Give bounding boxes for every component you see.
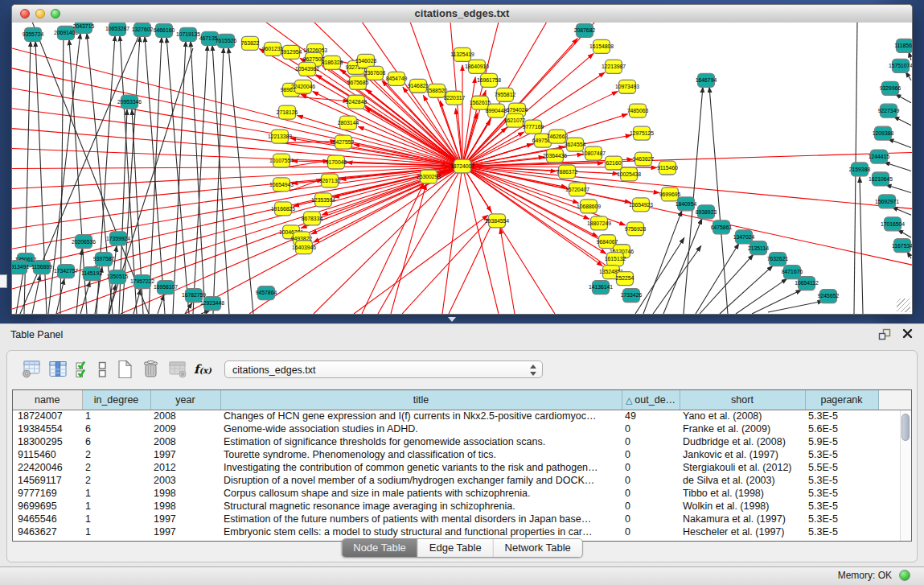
table-cell[interactable]: 5.9E-5 xyxy=(805,435,878,448)
table-cell[interactable]: Changes of HCN gene expression and I(f) … xyxy=(220,410,622,422)
table-cell[interactable]: 1997 xyxy=(150,513,220,525)
table-cell[interactable]: 6 xyxy=(82,435,150,448)
column-header-title[interactable]: title xyxy=(220,390,622,410)
table-cell[interactable]: Corpus callosum shape and size in male p… xyxy=(220,487,622,500)
table-cell[interactable]: 0 xyxy=(622,474,680,487)
table-cell[interactable]: 1 xyxy=(82,410,150,422)
table-cell[interactable]: 2003 xyxy=(150,474,220,487)
table-cell[interactable]: 9465546 xyxy=(13,513,82,525)
graph-edge[interactable] xyxy=(768,301,823,312)
graph-edge[interactable] xyxy=(402,216,491,314)
table-cell[interactable]: Wolkin et al. (1998) xyxy=(680,500,805,513)
close-button[interactable] xyxy=(20,9,30,19)
graph-edge[interactable] xyxy=(885,184,911,192)
tab-network-table[interactable]: Network Table xyxy=(494,539,582,557)
column-selection-icon[interactable] xyxy=(73,359,89,380)
table-row[interactable]: 1872400712008Changes of HCN gene express… xyxy=(13,410,911,422)
table-row[interactable]: 969969511998Structural magnetic resonanc… xyxy=(13,500,911,513)
table-cell[interactable]: Hescheler et al. (1997) xyxy=(680,525,805,538)
table-cell[interactable]: Yano et al. (2008) xyxy=(680,410,805,422)
table-cell[interactable]: 2008 xyxy=(150,410,220,422)
table-cell[interactable]: 22420046 xyxy=(13,461,82,474)
graph-edge[interactable] xyxy=(709,87,728,314)
table-row[interactable]: 911546021997Tourette syndrome. Phenomeno… xyxy=(13,448,911,461)
table-cell[interactable]: 1 xyxy=(82,525,150,538)
table-row[interactable]: 1830029562008Estimation of significance … xyxy=(13,435,911,448)
table-cell[interactable]: 2008 xyxy=(150,435,220,448)
table-cell[interactable]: 1997 xyxy=(150,448,220,461)
table-cell[interactable]: Stergiakouli et al. (2012) xyxy=(680,461,805,474)
table-cell[interactable]: 14569117 xyxy=(13,474,82,487)
table-cell[interactable]: 5.3E-5 xyxy=(805,448,878,461)
table-cell[interactable]: 5.3E-5 xyxy=(805,513,878,525)
graph-edge[interactable] xyxy=(462,23,499,167)
table-cell[interactable]: 5.6E-5 xyxy=(805,422,878,435)
table-row[interactable]: 946362711997Embryonic stem cells: a mode… xyxy=(13,525,911,538)
column-header-name[interactable]: name xyxy=(13,390,82,410)
graph-edge[interactable] xyxy=(191,41,205,314)
graph-edge[interactable] xyxy=(895,94,911,103)
table-cell[interactable]: Genome-wide association studies in ADHD. xyxy=(220,422,622,435)
tab-edge-table[interactable]: Edge Table xyxy=(418,539,494,557)
table-cell[interactable]: 1998 xyxy=(150,487,220,500)
minimize-button[interactable] xyxy=(35,9,45,19)
network-canvas[interactable]: 8912954142260539627508105439828186328932… xyxy=(12,23,912,314)
graph-edge[interactable] xyxy=(32,274,40,314)
table-cell[interactable]: 0 xyxy=(622,500,680,513)
table-cell[interactable]: 1998 xyxy=(150,500,220,513)
graph-edge[interactable] xyxy=(860,176,863,314)
table-cell[interactable]: 9115460 xyxy=(13,448,82,461)
float-panel-icon[interactable] xyxy=(877,328,892,341)
table-cell[interactable]: 0 xyxy=(622,525,680,538)
table-cell[interactable]: 9777169 xyxy=(13,487,82,500)
table-options-icon[interactable] xyxy=(20,359,43,380)
graph-edge[interactable] xyxy=(897,229,911,237)
table-cell[interactable]: 5.3E-5 xyxy=(805,487,878,500)
table-cell[interactable]: Structural magnetic resonance image aver… xyxy=(220,500,622,513)
graph-edge[interactable] xyxy=(76,249,82,314)
table-cell[interactable]: 2009 xyxy=(150,422,220,435)
zoom-button[interactable] xyxy=(51,9,60,19)
graph-edge[interactable] xyxy=(354,215,488,314)
network-graph[interactable]: 8912954142260539627508105439828186328932… xyxy=(12,23,912,314)
table-cell[interactable]: 0 xyxy=(622,422,680,435)
table-cell[interactable]: 0 xyxy=(622,513,680,525)
graph-edge[interactable] xyxy=(12,129,462,167)
graph-edge[interactable] xyxy=(314,167,462,314)
table-cell[interactable]: 1997 xyxy=(150,525,220,538)
table-cell[interactable]: 2 xyxy=(82,461,150,474)
table-cell[interactable]: Nakamura et al. (1997) xyxy=(680,513,805,525)
table-cell[interactable]: Embryonic stem cells: a model to study s… xyxy=(220,525,622,538)
graph-edge[interactable] xyxy=(643,210,682,314)
graph-edge[interactable] xyxy=(362,183,424,314)
table-cell[interactable]: Tourette syndrome. Phenomenology and cla… xyxy=(220,448,622,461)
graph-edge[interactable] xyxy=(500,228,515,314)
table-scrollbar[interactable] xyxy=(900,410,911,541)
table-cell[interactable]: Tibbo et al. (1998) xyxy=(680,487,805,500)
graph-edge[interactable] xyxy=(696,243,739,314)
graph-edge[interactable] xyxy=(228,47,253,314)
graph-edge[interactable] xyxy=(12,48,462,167)
graph-edge[interactable] xyxy=(884,163,911,171)
new-column-icon[interactable] xyxy=(113,359,136,380)
table-row[interactable]: 946554611997Estimation of the future num… xyxy=(13,513,911,525)
table-cell[interactable]: 9699695 xyxy=(13,500,82,513)
table-cell[interactable]: 5.5E-5 xyxy=(805,461,878,474)
table-cell[interactable]: 5.3E-5 xyxy=(805,525,878,538)
graph-edge[interactable] xyxy=(173,41,186,314)
table-cell[interactable]: 2 xyxy=(82,474,150,487)
table-cell[interactable]: 0 xyxy=(622,435,680,448)
graph-edge[interactable] xyxy=(888,139,911,148)
column-header-year[interactable]: year xyxy=(150,390,220,410)
column-header-out_de[interactable]: △out_de… xyxy=(622,390,680,410)
graph-edge[interactable] xyxy=(12,167,462,169)
graph-edge[interactable] xyxy=(12,167,462,290)
window-resize-grip[interactable] xyxy=(897,299,910,312)
column-header-pagerank[interactable]: pagerank xyxy=(805,390,878,410)
graph-edge[interactable] xyxy=(663,218,702,314)
graph-edge[interactable] xyxy=(635,237,684,314)
row-mode-icon[interactable] xyxy=(93,359,109,380)
graph-edge[interactable] xyxy=(149,37,162,314)
table-cell[interactable]: 1 xyxy=(82,487,150,500)
graph-edge[interactable] xyxy=(297,116,462,167)
